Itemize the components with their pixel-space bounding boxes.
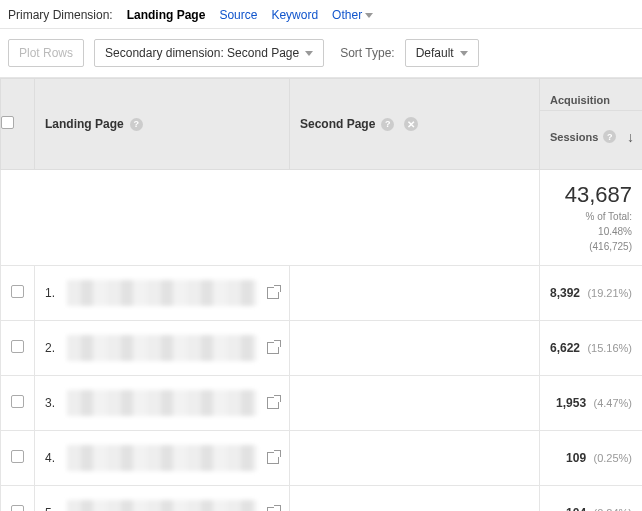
remove-dimension-icon[interactable]: ✕ [404, 117, 418, 131]
sessions-pct: (15.16%) [587, 342, 632, 354]
primary-dimension-bar: Primary Dimension: Landing Page Source K… [0, 0, 642, 29]
landing-page-header[interactable]: Landing Page ? [35, 79, 289, 169]
checkbox-icon[interactable] [11, 450, 24, 463]
checkbox-icon[interactable] [11, 340, 24, 353]
table-row: 3. 1,953 (4.47%) [1, 376, 643, 431]
caret-down-icon [365, 13, 373, 18]
redacted-text [67, 280, 257, 306]
open-link-icon[interactable] [267, 397, 279, 409]
secondary-dimension-label: Secondary dimension: Second Page [105, 46, 299, 60]
help-icon[interactable]: ? [381, 118, 394, 131]
acquisition-header: Acquisition [540, 86, 642, 111]
redacted-text [67, 500, 257, 511]
sessions-header[interactable]: Sessions ? ↓ [540, 111, 642, 163]
sessions-header-label: Sessions [550, 131, 598, 143]
row-number: 2. [45, 341, 57, 355]
sessions-value: 109 [566, 451, 586, 465]
sessions-pct: (0.24%) [593, 507, 632, 511]
open-link-icon[interactable] [267, 507, 279, 511]
summary-row: 43,687 % of Total: 10.48% (416,725) [1, 170, 643, 266]
open-link-icon[interactable] [267, 287, 279, 299]
primary-dimension-source[interactable]: Source [219, 8, 257, 22]
table-row: 2. 6,622 (15.16%) [1, 321, 643, 376]
second-page-header-label: Second Page [300, 117, 375, 131]
sessions-total: 43,687 [550, 182, 632, 208]
primary-dimension-other[interactable]: Other [332, 8, 373, 22]
select-all-cell[interactable] [1, 79, 35, 170]
report-table: Landing Page ? Second Page ? ✕ Acquisiti… [0, 78, 642, 511]
redacted-text [67, 390, 257, 416]
primary-dimension-label: Primary Dimension: [8, 8, 113, 22]
row-number: 5. [45, 506, 57, 511]
caret-down-icon [460, 51, 468, 56]
second-page-header[interactable]: Second Page ? ✕ [290, 79, 539, 169]
sort-type-label: Sort Type: [340, 46, 394, 60]
primary-dimension-current[interactable]: Landing Page [127, 8, 206, 22]
row-number: 4. [45, 451, 57, 465]
plot-rows-button[interactable]: Plot Rows [8, 39, 84, 67]
sessions-pct: (19.21%) [587, 287, 632, 299]
sessions-value: 1,953 [556, 396, 586, 410]
sessions-pct-label: % of Total: [550, 210, 632, 223]
sort-desc-icon: ↓ [627, 129, 634, 145]
sessions-value: 8,392 [550, 286, 580, 300]
row-number: 3. [45, 396, 57, 410]
caret-down-icon [305, 51, 313, 56]
sessions-value: 6,622 [550, 341, 580, 355]
help-icon[interactable]: ? [130, 118, 143, 131]
other-label: Other [332, 8, 362, 22]
row-number: 1. [45, 286, 57, 300]
sessions-pct: (0.25%) [593, 452, 632, 464]
checkbox-icon[interactable] [1, 116, 14, 129]
open-link-icon[interactable] [267, 452, 279, 464]
checkbox-icon[interactable] [11, 505, 24, 511]
redacted-text [67, 335, 257, 361]
open-link-icon[interactable] [267, 342, 279, 354]
table-row: 1. 8,392 (19.21%) [1, 266, 643, 321]
sessions-pct-base: (416,725) [550, 240, 632, 253]
table-row: 4. 109 (0.25%) [1, 431, 643, 486]
sort-type-value: Default [416, 46, 454, 60]
sort-type-dropdown[interactable]: Default [405, 39, 479, 67]
toolbar: Plot Rows Secondary dimension: Second Pa… [0, 29, 642, 78]
landing-page-header-label: Landing Page [45, 117, 124, 131]
checkbox-icon[interactable] [11, 395, 24, 408]
sessions-pct: (4.47%) [593, 397, 632, 409]
sessions-value: 104 [566, 506, 586, 511]
help-icon[interactable]: ? [603, 130, 616, 143]
table-row: 5. 104 (0.24%) [1, 486, 643, 512]
redacted-text [67, 445, 257, 471]
secondary-dimension-dropdown[interactable]: Secondary dimension: Second Page [94, 39, 324, 67]
primary-dimension-keyword[interactable]: Keyword [271, 8, 318, 22]
checkbox-icon[interactable] [11, 285, 24, 298]
sessions-pct-value: 10.48% [550, 225, 632, 238]
